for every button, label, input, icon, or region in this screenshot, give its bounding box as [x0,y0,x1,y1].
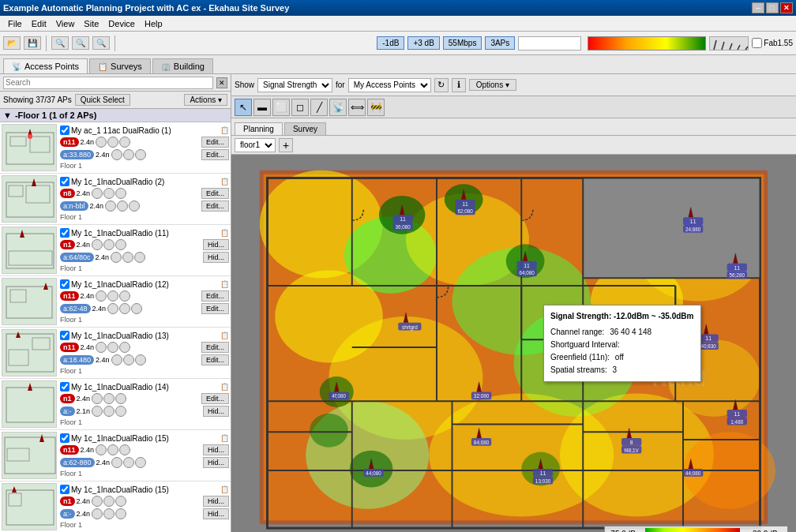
floor-label: Floor 1 [60,213,229,221]
refresh-button[interactable]: ↻ [434,78,449,92]
svg-rect-26 [5,437,55,474]
radio-badge-1: n11 [60,445,79,455]
edit-button-radio1[interactable]: Hid... [203,444,229,455]
edit-button-radio1[interactable]: Edit... [201,393,229,404]
ap-list-item[interactable]: My 1c_1InacDualRadio (15) 📋 n1 2.4n Hid.… [0,481,231,532]
tab-building[interactable]: 🏢 Building [152,58,213,73]
ap-list-item[interactable]: My 1c_1InacDualRadio (13) 📋 n11 2.4n Edi… [0,328,231,379]
toolbar-btn-5[interactable]: 🔍 [92,36,110,50]
search-close-button[interactable]: ✕ [216,77,227,88]
ap-name: My 1c_1InacDualRadio (15) [71,485,219,494]
radio-freq-2: 2.4n [92,305,107,313]
draw-ap-tool[interactable]: 📡 [329,99,347,116]
ap-radio-row-1: n11 2.4n Hid... [60,444,229,455]
edit-button-radio2[interactable]: Hid... [203,252,229,263]
signal-btn-1db[interactable]: -1dB [377,36,404,50]
toolbar-btn-2[interactable]: 💾 [24,36,41,50]
options-button[interactable]: Options ▾ [469,79,516,91]
draw-obstacle-tool[interactable]: 🚧 [367,99,385,116]
ap-checkbox[interactable] [60,279,69,289]
edit-button-radio1[interactable]: Edit... [201,290,229,302]
antenna-visual [96,137,130,148]
filter-input[interactable] [518,36,581,51]
ap-radio-row-2: a:62-880 2.4n Hid... [60,457,229,468]
ap-list-item[interactable]: My 1c_1InacDualRadio (2) 📋 n8 2.4n Edit.… [0,174,231,225]
draw-area-tool[interactable]: ◻ [291,99,309,116]
ap-checkbox[interactable] [60,382,69,392]
ap-radio-row-1: n1 2.4n Hid... [60,239,229,250]
draw-room-tool[interactable]: ⬜ [272,99,290,116]
signal-btn-3db[interactable]: +3 dB [407,36,439,50]
search-input[interactable] [3,77,213,89]
ap-checkbox[interactable] [60,177,69,186]
close-button[interactable]: ✕ [780,2,793,13]
edit-button-radio2[interactable]: Edit... [201,200,229,212]
quick-select-button[interactable]: Quick Select [75,94,130,106]
ap-checkbox[interactable] [60,331,69,340]
tab-planning[interactable]: Planning [235,122,283,135]
svg-text:32;080: 32;080 [474,393,490,399]
edit-button-radio2[interactable]: Hid... [203,406,229,417]
maximize-button[interactable]: □ [766,2,779,13]
edit-button-radio1[interactable]: Edit... [201,137,229,148]
ap-list-item[interactable]: My 1c_1InacDualRadio (12) 📋 n11 2.4n Edi… [0,276,231,328]
draw-wall-tool[interactable]: ▬ [253,99,271,116]
select-tool[interactable]: ↖ [235,99,252,116]
add-floor-button[interactable]: + [279,138,293,152]
draw-measure-tool[interactable]: ⟺ [348,99,366,116]
ap-list-item[interactable]: My ac_1 11ac DualRadio (1) 📋 n11 2.4n Ed… [0,122,231,174]
minimize-button[interactable]: ─ [752,2,764,13]
actions-button[interactable]: Actions ▾ [184,94,227,106]
fab-checkbox[interactable] [752,38,762,48]
menu-help[interactable]: Help [140,17,167,30]
ap-list-item[interactable]: My 1c_1InacDualRadio (15) 📋 n11 2.4n Hid… [0,430,231,481]
draw-line-tool[interactable]: ╱ [310,99,328,116]
antenna-visual [96,290,130,302]
right-panel: Show Signal Strength Channel Coverage fo… [231,74,796,532]
antenna-visual [92,393,126,404]
edit-button-radio2[interactable]: Hid... [203,457,229,468]
tab-survey[interactable]: Survey [284,122,326,135]
edit-button-radio2[interactable]: Edit... [201,303,229,314]
signal-btn-55mbps[interactable]: 55Mbps [443,36,482,50]
ap-checkbox[interactable] [60,228,69,238]
ap-radio-row-2: a:33.880 2.4n Edit... [60,149,229,160]
menu-view[interactable]: View [51,17,80,30]
edit-button-radio1[interactable]: Edit... [201,188,229,199]
floor-select[interactable]: floor1 [235,138,276,152]
title-bar-controls[interactable]: ─ □ ✕ [752,2,793,13]
ap-list-item[interactable]: My 1c_1InacDualRadio (14) 📋 n1 2.4n Edit… [0,379,231,430]
ap-name-row: My ac_1 11ac DualRadio (1) 📋 [60,126,229,135]
tab-surveys[interactable]: 📋 Surveys [89,58,151,73]
edit-button-radio1[interactable]: Edit... [201,342,229,353]
menu-edit[interactable]: Edit [27,17,51,30]
edit-button-radio1[interactable]: Hid... [203,496,229,507]
show-select[interactable]: Signal Strength Channel Coverage [257,78,332,92]
map-canvas[interactable]: 11 36;080 11 62;080 4f;080 shrtgrd [231,155,796,532]
menu-device[interactable]: Device [103,17,140,30]
svg-text:11: 11 [462,201,468,207]
edit-button-radio2[interactable]: Hid... [203,508,229,519]
signal-btn-3aps[interactable]: 3APs [485,36,515,50]
channel-badge-1: a:64/80c [60,253,94,262]
ap-name-row: My 1c_1InacDualRadio (2) 📋 [60,177,229,186]
ap-checkbox[interactable] [60,485,69,494]
radio-freq-2: 2.1n [77,407,91,415]
ap-checkbox[interactable] [60,433,69,443]
toolbar-btn-1[interactable]: 📂 [3,36,21,50]
ap-checkbox[interactable] [60,126,69,135]
info-button[interactable]: ℹ [452,78,466,92]
edit-button-radio2[interactable]: Edit... [201,149,229,160]
menu-file[interactable]: File [3,17,27,30]
for-select[interactable]: My Access Points All Access Points [348,78,431,92]
ap-list-item[interactable]: My 1c_1InacDualRadio (11) 📋 n1 2.4n Hid.… [0,225,231,276]
floor-collapse-icon[interactable]: ▼ [3,111,12,120]
tooltip-row-2: Shortguard Interval: [550,339,694,351]
toolbar-btn-3[interactable]: 🔍 [51,36,69,50]
menu-site[interactable]: Site [79,17,103,30]
fab-checkbox-area[interactable]: Fab1.55 [752,38,793,48]
toolbar-btn-4[interactable]: 🔍 [72,36,89,50]
tab-access-points[interactable]: 📡 Access Points [3,58,88,73]
edit-button-radio2[interactable]: Edit... [201,354,229,365]
edit-button-radio1[interactable]: Hid... [203,239,229,250]
